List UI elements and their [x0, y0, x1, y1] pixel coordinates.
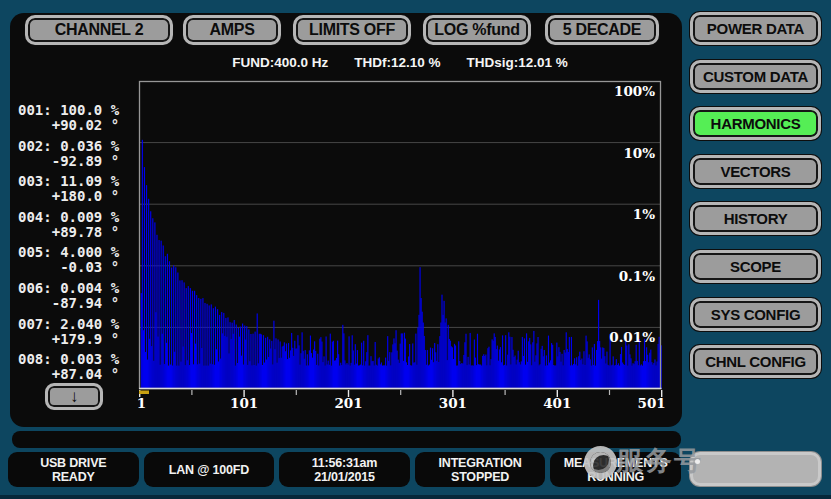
status-tile-measurements: MEASUREMENTSRUNNING: [550, 452, 681, 487]
status-tile-integration: INTEGRATIONSTOPPED: [415, 452, 546, 487]
harmonic-readout-row: 003: 11.09 % +180.0 °: [18, 174, 144, 204]
toolbar-button-units[interactable]: AMPS: [183, 15, 281, 45]
sidebar-button-disabled: [690, 452, 821, 486]
harmonic-readout-row: 008: 0.003 % +87.04 °: [18, 352, 144, 382]
status-tile-lan: LAN @ 100FD: [144, 452, 275, 487]
svg-text:201: 201: [334, 395, 362, 411]
svg-text:501: 501: [638, 395, 666, 411]
main-display-panel: CHANNEL 2AMPSLIMITS OFFLOG %fund5 DECADE…: [10, 13, 682, 427]
power-analyzer-screen: CHANNEL 2AMPSLIMITS OFFLOG %fund5 DECADE…: [0, 0, 831, 499]
toolbar-button-channel[interactable]: CHANNEL 2: [25, 15, 173, 45]
status-bar: USB DRIVEREADYLAN @ 100FD11:56:31am21/01…: [8, 452, 681, 487]
fund-frequency-value: FUND:400.0 Hz: [232, 55, 328, 70]
thdsig-value: THDsig:12.01 %: [467, 55, 568, 70]
toolbar-button-limits[interactable]: LIMITS OFF: [293, 15, 411, 45]
down-arrow-icon: ↓: [70, 387, 78, 407]
measurement-info-line: FUND:400.0 Hz THDf:12.10 % THDsig:12.01 …: [130, 55, 670, 70]
scroll-down-button[interactable]: ↓: [45, 383, 103, 410]
sidebar-button-vectors[interactable]: VECTORS: [690, 155, 821, 188]
sidebar-button-power-data[interactable]: POWER DATA: [690, 12, 821, 45]
toolbar-button-scale[interactable]: LOG %fund: [423, 15, 531, 45]
svg-text:0.1%: 0.1%: [619, 268, 655, 284]
harmonic-readout-row: 007: 2.040 % +179.9 °: [18, 317, 144, 347]
sidebar-button-history[interactable]: HISTORY: [690, 202, 821, 235]
sidebar-button-chnl-config[interactable]: CHNL CONFIG: [690, 345, 821, 378]
harmonic-readout-row: 004: 0.009 % +89.78 °: [18, 210, 144, 240]
status-tile-usb: USB DRIVEREADY: [8, 452, 139, 487]
svg-text:1%: 1%: [633, 206, 655, 222]
harmonic-readout-row: 001: 100.0 % +90.02 °: [18, 103, 144, 133]
sidebar-button-harmonics[interactable]: HARMONICS: [690, 107, 821, 140]
status-tile-clock: 11:56:31am21/01/2015: [279, 452, 410, 487]
harmonics-chart: 100%10%1%0.1%0.01%1101201301401501: [139, 81, 669, 426]
svg-text:1: 1: [137, 395, 146, 411]
svg-text:0.01%: 0.01%: [609, 329, 655, 345]
sidebar-button-custom-data[interactable]: CUSTOM DATA: [690, 60, 821, 93]
message-bar: [12, 431, 681, 448]
toolbar-button-decades[interactable]: 5 DECADE: [545, 15, 659, 45]
svg-text:100%: 100%: [614, 83, 655, 99]
harmonic-readout-row: 005: 4.000 % -0.03 °: [18, 245, 144, 275]
bottom-edge: [0, 495, 831, 499]
svg-text:301: 301: [439, 395, 467, 411]
harmonic-readout-row: 006: 0.004 % -87.94 °: [18, 281, 144, 311]
svg-text:10%: 10%: [623, 145, 655, 161]
harmonic-readout-row: 002: 0.036 % -92.89 °: [18, 139, 144, 169]
svg-text:401: 401: [543, 395, 571, 411]
svg-text:101: 101: [230, 395, 258, 411]
thdf-value: THDf:12.10 %: [354, 55, 440, 70]
sidebar-button-sys-config[interactable]: SYS CONFIG: [690, 298, 821, 331]
sidebar-button-scope[interactable]: SCOPE: [690, 250, 821, 283]
